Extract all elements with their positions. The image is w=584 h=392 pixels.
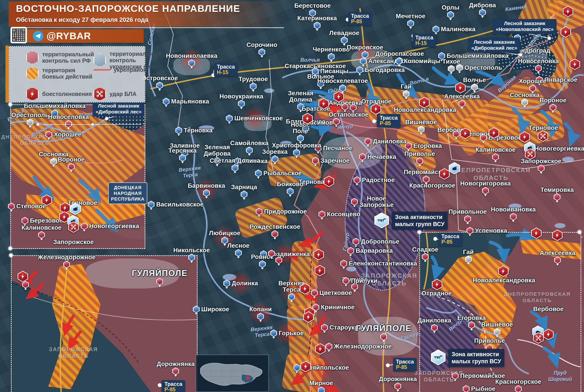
bolt-icon <box>315 343 326 354</box>
town-Радостное: Радостное <box>354 176 395 184</box>
town-Новониколаевка: Новониколаевка <box>166 53 217 67</box>
town-label: ГУЛЯЙПОЛЕ <box>132 269 188 278</box>
pin-ru <box>347 247 354 254</box>
town-Запорожское: Запорожское <box>53 239 94 245</box>
town-Новогригоровка: Новогригоровка <box>460 180 510 194</box>
drone-icon <box>525 148 535 160</box>
pin-ru <box>340 260 347 267</box>
pin-ru <box>319 210 325 218</box>
pin-ru <box>554 256 561 264</box>
pin-ua <box>341 36 348 44</box>
town-Приволье: Приволье <box>404 151 435 165</box>
pin-ru <box>63 261 70 268</box>
bmp-icon <box>449 162 460 174</box>
pin-ua <box>433 26 439 33</box>
town-Орлы: Орлы <box>442 4 459 18</box>
town-Калиновское: Калиновское <box>475 146 515 161</box>
pin-ua <box>255 170 262 177</box>
vsu-zone-line: Зона активности <box>395 214 445 220</box>
forest-badge-line: «Новопавловский лес» <box>496 26 554 32</box>
pin-ru <box>365 138 371 145</box>
town-label: Самойловка <box>230 140 268 146</box>
forest-badge-line: Лесной заказник <box>471 39 517 45</box>
pin-ua <box>360 58 367 65</box>
town-label: Даниловка <box>373 138 407 144</box>
town-label: Лесное <box>227 242 249 249</box>
town-Отрадное: Отрадное <box>422 290 452 296</box>
pin-gy <box>50 158 57 165</box>
town-Степовое: Степовое <box>8 202 46 210</box>
bolt-icon <box>552 230 562 241</box>
town-label: Вербовое <box>533 306 564 312</box>
town-Зарница: Зарница <box>231 184 257 198</box>
town-Любицкое: Любицкое <box>209 230 240 244</box>
town-Трудовое: Трудовое <box>239 76 268 90</box>
town-label: Большемихайловка <box>24 103 86 109</box>
town-Бойково: Бойково <box>277 181 304 195</box>
road-badge-Н-15: ТрассаН-15 <box>413 34 436 47</box>
road-badge-word: Трасса <box>396 359 414 364</box>
map-infographic: БерестовоеКатериновкаЛевадноеЧерненковоС… <box>0 0 584 392</box>
forest-badge: Лесной заказник«Новопавловский лес» <box>493 19 556 34</box>
town-label: Еленоконстантиновка <box>349 260 417 267</box>
town-label: Сосновка <box>510 92 539 98</box>
town-label: Дорожнянка <box>379 376 417 382</box>
channel-bar: @RYBAR <box>27 29 144 43</box>
clashes-icon <box>26 87 39 101</box>
pin-ru <box>416 157 423 165</box>
town-label: Волчье <box>463 77 486 83</box>
town-label: Даниловка <box>417 317 451 324</box>
pin-ru <box>529 84 536 92</box>
town-Криничное: Криничное <box>313 304 355 311</box>
pin-ua <box>193 306 200 313</box>
town-Вербовое: Вербовое <box>533 306 564 312</box>
pin-ru <box>422 253 429 260</box>
pin-ru <box>380 333 387 340</box>
dnr-republic-box: ДОНЕЦКАЯНАРОДНАЯРЕСПУБЛИКА <box>108 182 147 204</box>
town-label: Шевченковское <box>234 115 283 122</box>
town-Мечетное: Мечетное <box>396 13 425 27</box>
bolt-icon <box>543 329 554 340</box>
road-badge-number: Р-85 <box>380 121 398 126</box>
town-Катериновка: Катериновка <box>297 15 337 29</box>
region-label: ДНЕПРОПЕТРОВСКАЯ ОБЛАСТЬ <box>504 291 570 304</box>
bolt-icon <box>560 26 571 38</box>
drone-strike-icon <box>94 87 106 101</box>
bolt-icon <box>519 131 530 143</box>
town-label: Вишнёвое <box>405 119 437 125</box>
town-label: Коломийцы <box>404 58 441 64</box>
town-label: Егоровка <box>413 143 442 149</box>
town-label: Доброполье <box>361 238 399 245</box>
town-label: Остаповское <box>329 112 369 118</box>
drone-icon <box>68 221 79 233</box>
river-label-Пруд-Широкий: Пруд Широкий <box>548 370 572 382</box>
town-label: Копани <box>249 306 272 312</box>
dnr-box-line: ДОНЕЦКАЯ <box>111 185 145 190</box>
bmp-icon <box>70 202 81 215</box>
pin-gy <box>27 118 34 126</box>
town-Рыбальское: Рыбальское <box>255 170 302 177</box>
pin-ru <box>452 372 459 380</box>
town-Еленоконстантиновка: Еленоконстантиновка <box>340 260 417 267</box>
town-label: Светлая Долина <box>210 158 260 164</box>
locator-minimap <box>196 354 269 392</box>
road-badge-Р-85: ТрассаР-85 <box>377 114 401 128</box>
town-label: Островское <box>141 75 178 81</box>
pin-ua <box>223 280 230 287</box>
town-label: Придорожное <box>264 208 307 215</box>
town-label: Широкое <box>201 306 229 312</box>
town-Сладкое: Сладкое <box>412 246 438 260</box>
vsu-zone-line: малых групп ВСУ <box>452 358 501 365</box>
town-Гай: Гай <box>463 249 474 263</box>
bolt-icon <box>42 194 52 206</box>
pin-ru <box>343 277 350 285</box>
bolt-icon <box>303 311 314 323</box>
town-Егоровка: Егоровка <box>405 142 442 150</box>
town-label: Алексеевка <box>540 250 575 256</box>
town-Нечаевка: Нечаевка <box>359 153 396 161</box>
pin-ua <box>293 364 300 372</box>
town-Новоскелеватое: Новоскелеватое <box>317 78 368 92</box>
road-badge-Н-15: ТрассаН-15 <box>214 63 238 76</box>
pin-ru <box>468 321 475 329</box>
pin-ru <box>326 343 332 350</box>
